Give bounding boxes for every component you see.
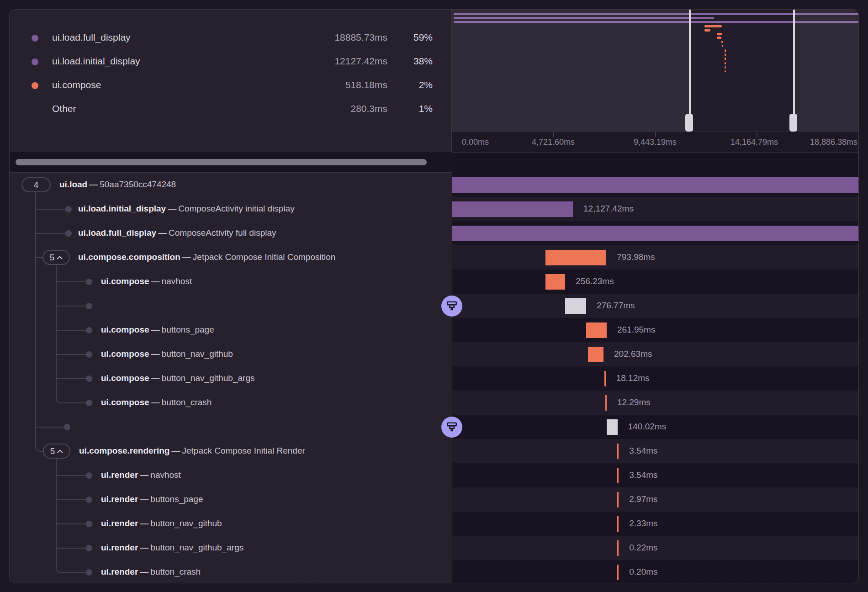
minimap-unselected-overlay[interactable] xyxy=(794,10,859,132)
legend-op-duration: 12127.42ms xyxy=(334,56,387,67)
span-bar-row[interactable]: 140.02ms xyxy=(452,415,859,439)
collapse-children-pill[interactable]: 5 xyxy=(43,444,70,459)
minimap-span-orange xyxy=(725,49,726,52)
legend-row[interactable]: ui.load.initial_display12127.42ms38% xyxy=(10,50,451,74)
span-duration-bar[interactable] xyxy=(452,201,573,217)
span-duration-bar[interactable] xyxy=(617,565,619,580)
profile-icon[interactable] xyxy=(441,296,462,317)
profile-icon[interactable] xyxy=(441,417,462,438)
span-duration-bar[interactable] xyxy=(586,322,607,338)
span-duration-bar[interactable] xyxy=(617,492,619,507)
tree-node-dot-icon xyxy=(86,400,92,406)
span-duration-bar[interactable] xyxy=(604,371,606,386)
legend-op-percent: 38% xyxy=(413,56,433,67)
span-duration-bar[interactable] xyxy=(605,395,607,411)
span-label[interactable]: ui.compose—button_crash xyxy=(101,397,212,407)
span-label[interactable]: ui.render—button_nav_github xyxy=(101,518,222,529)
span-label[interactable]: ui.compose.rendering—Jetpack Compose Ini… xyxy=(79,446,305,456)
span-separator: — xyxy=(87,180,100,189)
span-description: ComposeActivity full display xyxy=(169,228,276,238)
legend-op-duration: 18885.73ms xyxy=(334,32,387,43)
legend-row[interactable]: ui.load.full_display18885.73ms59% xyxy=(10,26,451,50)
span-bar-row[interactable]: 12.29ms xyxy=(452,391,859,415)
span-bar-row[interactable]: 0.20ms xyxy=(452,560,859,583)
span-tree-row[interactable]: ui.compose.rendering—Jetpack Compose Ini… xyxy=(10,439,452,463)
span-duration-bar[interactable] xyxy=(617,444,619,459)
tree-connector-elbow xyxy=(56,397,89,403)
span-label[interactable]: ui.render—buttons_page xyxy=(101,494,203,504)
span-bar-row[interactable] xyxy=(452,173,859,197)
span-label[interactable]: ui.render—button_crash xyxy=(101,567,201,577)
span-bar-row[interactable] xyxy=(452,221,859,245)
expand-children-pill[interactable]: 4 xyxy=(21,177,51,192)
span-duration-bar[interactable] xyxy=(617,516,619,532)
span-op: ui.compose.rendering xyxy=(79,446,169,455)
trace-minimap[interactable] xyxy=(452,10,859,132)
span-bar-row[interactable]: 2.33ms xyxy=(452,512,859,536)
span-bar-row[interactable]: 2.97ms xyxy=(452,487,859,512)
span-duration-bar[interactable] xyxy=(452,177,859,193)
minimap-window-handle-grip[interactable] xyxy=(685,114,693,132)
span-op: ui.compose xyxy=(101,349,149,359)
tree-connector-line xyxy=(56,475,89,476)
span-label[interactable]: ui.compose.composition—Jetpack Compose I… xyxy=(78,252,335,262)
collapse-children-pill[interactable]: 5 xyxy=(42,250,70,265)
minimap-window-handle-line[interactable] xyxy=(793,10,795,132)
span-label[interactable]: ui.render—navhost xyxy=(101,470,181,480)
horizontal-scrollbar-track[interactable] xyxy=(10,152,452,173)
span-label[interactable]: ui.load.initial_display—ComposeActivity … xyxy=(78,204,295,214)
legend-row[interactable]: ui.compose518.18ms2% xyxy=(10,74,451,97)
span-bar-row[interactable]: 793.98ms xyxy=(452,245,859,270)
span-label[interactable]: ui.load.full_display—ComposeActivity ful… xyxy=(78,228,276,238)
span-separator: — xyxy=(149,349,162,359)
minimap-window-handle-grip[interactable] xyxy=(789,114,797,132)
minimap-span-orange xyxy=(704,25,722,27)
span-bar-row[interactable]: 256.23ms xyxy=(452,270,859,294)
span-description: button_nav_github xyxy=(150,518,222,528)
minimap-unselected-overlay[interactable] xyxy=(452,10,690,132)
span-duration-bar[interactable] xyxy=(617,540,619,556)
span-duration-label: 261.95ms xyxy=(617,325,655,335)
span-bar-row[interactable]: 261.95ms xyxy=(452,318,859,342)
span-op: ui.compose xyxy=(101,325,149,334)
span-duration-bar[interactable] xyxy=(588,347,603,362)
span-label[interactable]: ui.compose—button_nav_github_args xyxy=(101,373,254,383)
tree-connector-line xyxy=(36,257,42,258)
span-tree-row[interactable]: ui.compose.composition—Jetpack Compose I… xyxy=(10,245,452,270)
span-bar-row[interactable]: 3.54ms xyxy=(452,463,859,487)
span-bar-row[interactable]: 3.54ms xyxy=(452,439,859,463)
span-tree-row[interactable]: ui.load—50aa7350cc474248 xyxy=(10,173,452,197)
span-label[interactable]: ui.render—button_nav_github_args xyxy=(101,543,243,553)
span-separator: — xyxy=(156,228,169,238)
span-label[interactable]: ui.compose—navhost xyxy=(101,276,192,286)
span-bar-row[interactable]: 202.63ms xyxy=(452,342,859,366)
span-description: buttons_page xyxy=(162,325,214,334)
span-label[interactable]: ui.compose—button_nav_github xyxy=(101,349,233,359)
span-label[interactable]: ui.compose—buttons_page xyxy=(101,325,214,335)
span-label[interactable]: ui.load—50aa7350cc474248 xyxy=(59,180,176,190)
span-tree-row[interactable] xyxy=(10,415,452,439)
span-tree-row[interactable]: ui.load.full_display—ComposeActivity ful… xyxy=(10,221,452,245)
legend-op-label: ui.load.initial_display xyxy=(52,56,140,67)
span-separator: — xyxy=(149,397,162,407)
span-bar-row[interactable]: 0.22ms xyxy=(452,536,859,560)
span-duration-label: 276.77ms xyxy=(597,301,635,311)
span-duration-bar[interactable] xyxy=(452,226,859,241)
span-duration-label: 3.54ms xyxy=(629,446,657,456)
legend-row[interactable]: Other280.3ms1% xyxy=(10,97,451,121)
minimap-window-handle-line[interactable] xyxy=(689,10,691,132)
span-bar-row[interactable]: 18.12ms xyxy=(452,366,859,391)
span-duration-bar[interactable] xyxy=(607,419,618,435)
span-tree-row[interactable]: ui.load.initial_display—ComposeActivity … xyxy=(10,197,452,221)
axis-tick xyxy=(553,132,554,137)
span-bar-row[interactable]: 12,127.42ms xyxy=(452,197,859,221)
tree-node-dot-icon xyxy=(86,279,92,285)
span-separator: — xyxy=(138,518,150,528)
span-duration-bar[interactable] xyxy=(545,274,565,290)
axis-time-label: 4,721.60ms xyxy=(532,137,575,147)
horizontal-scrollbar-thumb[interactable] xyxy=(16,159,427,165)
span-duration-bar[interactable] xyxy=(545,250,606,265)
span-duration-bar[interactable] xyxy=(617,468,619,483)
span-duration-bar[interactable] xyxy=(565,298,586,314)
span-bar-row[interactable]: 276.77ms xyxy=(452,294,859,318)
